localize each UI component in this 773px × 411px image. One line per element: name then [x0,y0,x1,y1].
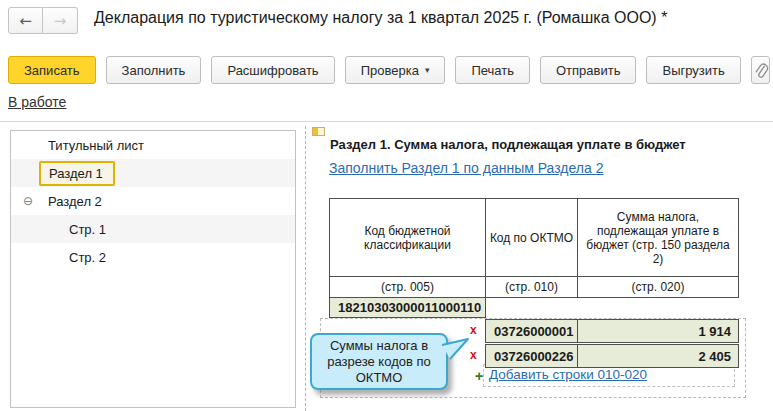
print-button[interactable]: Печать [455,56,530,84]
sidebar-item-section-1[interactable]: Раздел 1 [11,159,295,187]
back-button[interactable]: ← [8,7,43,34]
history-nav: ← → [8,7,78,34]
sidebar-item-title-page[interactable]: Титульный лист [11,131,295,159]
check-menu-button[interactable]: Проверка ▾ [345,56,446,84]
section-marker-icon [312,127,325,136]
status-link[interactable]: В работе [8,94,66,110]
chevron-down-icon: ▾ [425,65,430,75]
callout-text: Суммы налога в разрезе кодов по ОКТМО [318,338,440,386]
amount-field[interactable]: 2 405 [577,344,739,368]
oktmo-field[interactable]: 03726000001 [485,319,578,343]
delete-row-icon[interactable]: x [470,324,482,336]
check-label: Проверка [361,63,419,78]
column-header-kbk: Код бюджетной классификации [329,198,486,277]
tree-item-label: Стр. 2 [11,250,106,265]
column-header-amount: Сумма налога, подлежащая уплате в бюджет… [577,198,739,277]
delete-row-icon[interactable]: x [470,349,482,361]
app-window: ← → Декларация по туристическому налогу … [0,0,773,411]
export-button[interactable]: Выгрузить [646,56,740,84]
page-title: Декларация по туристическому налогу за 1… [94,9,667,27]
fill-section1-link[interactable]: Заполнить Раздел 1 по данным Раздела 2 [329,160,603,176]
sections-tree: Титульный лист Раздел 1 ⊖ Раздел 2 Стр. … [10,130,296,408]
tree-item-label: Стр. 1 [11,222,106,237]
separator-line [0,121,773,122]
send-button[interactable]: Отправить [540,56,636,84]
callout-tail [441,334,471,364]
tree-item-label: Титульный лист [11,138,144,153]
toolbar: Записать Заполнить Расшифровать Проверка… [8,56,765,84]
section-heading: Раздел 1. Сумма налога, подлежащая уплат… [330,137,686,152]
line-code-005: (стр. 005) [329,276,486,298]
forward-arrow-icon: → [54,12,67,30]
line-code-010: (стр. 010) [485,276,578,298]
sidebar-item-page-1[interactable]: Стр. 1 [11,215,295,243]
column-header-oktmo: Код по ОКТМО [485,198,578,277]
oktmo-field[interactable]: 03726000226 [485,344,578,368]
back-arrow-icon: ← [19,12,32,30]
callout-bubble: Суммы налога в разрезе кодов по ОКТМО [310,333,448,390]
line-code-020: (стр. 020) [577,276,739,298]
sidebar-item-section-2[interactable]: ⊖ Раздел 2 [11,187,295,215]
decipher-button[interactable]: Расшифровать [211,56,334,84]
paperclip-icon [752,62,769,79]
tree-item-selected-label: Раздел 1 [39,161,115,186]
sidebar-item-page-2[interactable]: Стр. 2 [11,243,295,271]
amount-field[interactable]: 1 914 [577,319,739,343]
fill-button[interactable]: Заполнить [106,56,202,84]
add-row-icon[interactable]: + [475,369,483,383]
save-button[interactable]: Записать [8,56,96,84]
forward-button[interactable]: → [43,7,78,34]
kbk-field[interactable]: 18210303000011000110 [329,297,486,318]
panel-splitter[interactable] [305,126,306,411]
collapse-icon[interactable]: ⊖ [23,194,33,208]
attachments-button[interactable] [751,56,770,84]
add-rows-link[interactable]: Добавить строки 010-020 [489,367,647,382]
